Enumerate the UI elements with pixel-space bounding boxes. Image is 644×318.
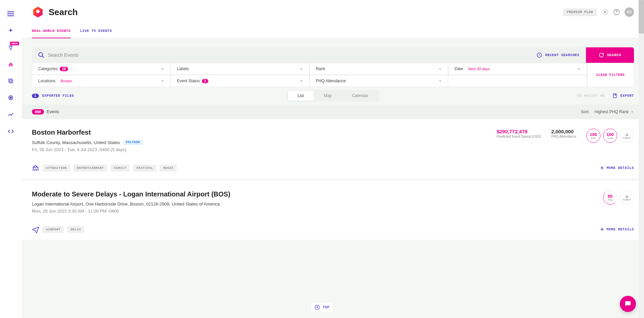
arrow-up-circle-icon	[315, 305, 320, 310]
help-icon[interactable]	[613, 9, 620, 15]
tab-live-tv-events[interactable]: LIVE TV EVENTS	[80, 29, 112, 38]
sort-dropdown[interactable]: Sort: Highest PHQ Rank ▼	[581, 109, 634, 114]
polygon-tag: POLYGON	[123, 140, 143, 145]
chevron-down-icon: ▼	[631, 110, 634, 114]
view-list-button[interactable]: List	[287, 91, 314, 101]
predicted-spend-label: Predicted Event Spend (USD)	[497, 134, 541, 139]
page-title: Search	[49, 7, 78, 17]
svg-rect-3	[10, 80, 13, 83]
svg-point-6	[10, 97, 12, 99]
search-button[interactable]: SEARCH	[586, 47, 634, 63]
event-location: Logan International Airport, One Harbors…	[32, 201, 603, 207]
aviation-score-badge: Aviation	[620, 190, 634, 205]
festival-category-icon	[32, 164, 39, 172]
clock-icon	[536, 52, 542, 58]
event-date: Mon, 26 Jun 2023 3:30 AM - 11:00 PM -040…	[32, 209, 603, 214]
chevron-down-icon: ▼	[161, 67, 164, 71]
user-avatar[interactable]: PJ	[625, 7, 634, 17]
tag: ATTRACTION	[43, 165, 70, 172]
view-map-button[interactable]: Map	[314, 91, 342, 101]
chevron-down-icon: ▼	[300, 67, 303, 71]
search-icon	[38, 52, 45, 58]
scrollbar[interactable]	[639, 0, 644, 318]
filter-date[interactable]: Date Next 30 days ▼	[448, 63, 587, 75]
svg-rect-4	[9, 79, 12, 82]
clear-filters-button[interactable]: CLEAR FILTERS	[587, 63, 634, 87]
attendance-label: PHQ Attendance	[551, 134, 577, 139]
filter-locations[interactable]: Locations Boston ▼	[32, 75, 171, 87]
more-details-button[interactable]: MORE DETAILS	[600, 227, 634, 232]
sidebar: NEW	[0, 0, 22, 318]
main-content: Search PREMIUM PLAN PJ REAL-WORLD EVENTS…	[22, 0, 644, 318]
tag: FESTIVAL	[133, 165, 157, 172]
scroll-top-button[interactable]: TOP	[311, 303, 333, 312]
diamond-icon[interactable]: NEW	[7, 44, 14, 51]
chat-button[interactable]	[620, 296, 636, 312]
svg-point-7	[36, 10, 40, 13]
tab-real-world-events[interactable]: REAL-WORLD EVENTS	[32, 29, 71, 38]
tag: MUSIC	[160, 165, 177, 172]
exported-files-button[interactable]: 1 EXPORTED FILES	[32, 94, 74, 98]
event-title: Boston Harborfest	[32, 129, 497, 136]
chevron-down-icon: ▼	[300, 79, 303, 83]
filter-rank[interactable]: Rank ▼	[310, 63, 448, 75]
results-count-badge: 898	[32, 109, 44, 115]
copy-icon[interactable]	[7, 77, 14, 85]
tag: FAMILY	[111, 165, 130, 172]
event-card: Boston Harborfest Suffolk County, Massac…	[22, 119, 644, 181]
tabs: REAL-WORLD EVENTS LIVE TV EVENTS	[22, 24, 644, 39]
filter-event-status[interactable]: Event Status2 ▼	[171, 75, 310, 87]
search-input[interactable]	[48, 52, 524, 58]
recent-searches-button[interactable]: RECENT SEARCHES	[530, 47, 586, 63]
filter-labels[interactable]: Labels ▼	[171, 63, 310, 75]
event-location: Suffolk County, Massachusetts, United St…	[32, 140, 497, 145]
svg-line-11	[42, 56, 44, 58]
phq-score-badge: 100PHQ	[586, 129, 600, 143]
new-badge: NEW	[10, 42, 19, 45]
local-score-badge: 100Local	[603, 129, 617, 143]
attendance-value: 2,000,000	[551, 129, 577, 134]
filter-empty	[448, 75, 587, 87]
export-button[interactable]: EXPORT	[612, 93, 634, 98]
more-details-button[interactable]: MORE DETAILS	[600, 166, 634, 170]
code-icon[interactable]	[7, 128, 14, 135]
scrollbar-thumb[interactable]	[639, 0, 644, 34]
notify-me-button[interactable]: NOTIFY ME	[577, 93, 605, 98]
chat-icon	[624, 300, 632, 308]
lock-icon	[625, 194, 629, 198]
layers-icon	[577, 93, 582, 98]
event-title: Moderate to Severe Delays - Logan Intern…	[32, 190, 603, 198]
chevron-down-icon: ▼	[577, 67, 581, 71]
chart-line-icon[interactable]	[7, 111, 14, 118]
event-card: Moderate to Severe Delays - Logan Intern…	[22, 181, 644, 242]
double-chevron-up-icon[interactable]	[7, 60, 14, 68]
hamburger-menu-icon[interactable]	[7, 10, 14, 17]
filter-categories[interactable]: Categories18 ▼	[32, 63, 171, 75]
predicted-spend-value: $290,772,479	[497, 129, 541, 134]
chevron-down-icon: ▼	[438, 67, 442, 71]
header: Search PREMIUM PLAN PJ	[22, 0, 644, 24]
sparkle-icon[interactable]	[7, 27, 14, 34]
premium-plan-button[interactable]: PREMIUM PLAN	[563, 8, 597, 16]
tag: ENTERTAINMENT	[73, 165, 107, 172]
lock-icon	[625, 133, 629, 137]
tag: AIRPORT	[43, 226, 64, 233]
aviation-score-badge: Aviation	[620, 129, 634, 143]
svg-point-10	[39, 53, 43, 57]
filters-grid: Categories18 ▼ Labels ▼ Rank ▼ Date Next…	[32, 63, 634, 87]
chevron-down-icon: ▼	[161, 79, 164, 83]
target-icon[interactable]	[7, 94, 14, 101]
filter-phq-attendance[interactable]: PHQ Attendance ▼	[310, 75, 448, 87]
airport-category-icon	[32, 226, 39, 233]
plus-icon	[600, 227, 604, 232]
chevron-down-icon: ▼	[438, 79, 442, 83]
event-date: Fri, 30 Jun 2023 - Tue, 4 Jul 2023 -0400…	[32, 147, 497, 152]
view-calendar-button[interactable]: Calendar	[342, 91, 378, 101]
toolbar: 1 EXPORTED FILES List Map Calendar NOTIF…	[32, 87, 634, 104]
search-panel: RECENT SEARCHES SEARCH Categories18 ▼ La…	[32, 47, 634, 87]
refresh-icon	[599, 52, 604, 58]
gear-icon[interactable]	[602, 9, 608, 15]
svg-point-8	[604, 11, 606, 13]
results-header: 898 Events Sort: Highest PHQ Rank ▼	[22, 104, 644, 119]
phq-score-badge: 90PHQ	[603, 190, 617, 205]
